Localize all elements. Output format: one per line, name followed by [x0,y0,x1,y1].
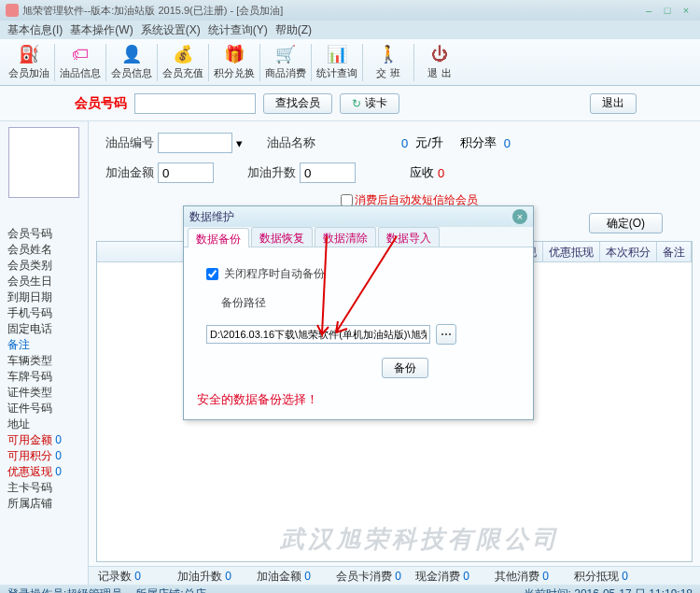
tb-oilinfo[interactable]: 🏷油品信息 [57,41,104,84]
titlebar: 旭荣管理软件--版本:加油站版 2015.9(已注册) - [会员加油] – □… [0,0,700,21]
dialog-titlebar[interactable]: 数据维护 × [184,206,533,227]
tb-member[interactable]: 👤会员信息 [108,41,155,84]
dialog-close-icon[interactable]: × [512,209,527,224]
unit-label: 元/升 [415,134,443,151]
due-value: 0 [438,166,444,180]
maximize-icon[interactable]: □ [659,4,676,17]
tb-stats[interactable]: 📊统计查询 [314,41,360,84]
search-row: 会员号码 查找会员 ↻读卡 退出 [0,86,700,121]
member-field: 到期日期 [7,289,84,305]
auto-backup-label: 关闭程序时自动备份 [224,266,325,282]
member-field: 地址 [7,417,84,432]
member-field: 会员号码 [7,226,84,242]
col-remark: 备注 [657,242,692,261]
member-field: 所属店铺 [7,496,84,512]
amount-input[interactable] [158,162,214,183]
dropdown-icon[interactable]: ▾ [236,136,243,150]
window-title: 旭荣管理软件--版本:加油站版 2015.9(已注册) - [会员加油] [22,4,283,18]
amount-label: 加油金额 [98,164,154,181]
refresh-icon: ↻ [352,97,361,110]
member-field: 车辆类型 [7,353,84,369]
oil-name-label: 油品名称 [259,134,315,151]
tag-icon: 🏷 [70,44,91,64]
backup-path-input[interactable] [206,325,430,344]
data-maintenance-dialog: 数据维护 × 数据备份 数据恢复 数据清除 数据导入 关闭程序时自动备份 备份路… [183,205,534,420]
dialog-title: 数据维护 [189,209,234,225]
tab-clear[interactable]: 数据清除 [315,227,376,247]
member-field: 证件号码 [7,401,84,417]
totals-row: 记录数 0 加油升数 0 加油金额 0 会员卡消费 0 现金消费 0 其他消费 … [89,566,700,585]
col-discount: 优惠抵现 [543,242,600,261]
auto-backup-checkbox[interactable] [206,268,218,280]
member-field: 手机号码 [7,305,84,321]
tb-fuel[interactable]: ⛽会员加油 [6,41,52,84]
backup-button[interactable]: 备份 [382,358,428,378]
close-icon[interactable]: × [678,4,694,17]
menu-stats[interactable]: 统计查询(Y) [206,22,270,38]
left-panel: 会员号码会员姓名会员类别会员生日到期日期手机号码固定电话备注车辆类型车牌号码证件… [0,121,89,585]
member-field: 可用积分 0 [7,448,84,464]
member-field: 优惠返现 0 [7,464,84,480]
minimize-icon[interactable]: – [640,4,657,17]
member-field: 固定电话 [7,321,84,337]
tb-shift[interactable]: 🚶交 班 [365,41,412,84]
tb-exchange[interactable]: 🎁积分兑换 [211,41,258,84]
chart-icon: 📊 [327,44,347,64]
member-field: 证件类型 [7,385,84,401]
exit-button[interactable]: 退出 [590,93,637,114]
menubar: 基本信息(I) 基本操作(W) 系统设置(X) 统计查询(Y) 帮助(Z) [0,21,700,39]
lookup-button[interactable]: 查找会员 [263,93,332,114]
menu-basic-ops[interactable]: 基本操作(W) [68,22,134,38]
tb-recharge[interactable]: 💰会员充值 [160,41,206,84]
liters-input[interactable] [300,162,356,183]
member-no-input[interactable] [134,93,256,114]
member-field: 主卡号码 [7,480,84,496]
tab-backup[interactable]: 数据备份 [188,228,249,247]
coin-icon: 💰 [173,44,193,64]
member-fields: 会员号码会员姓名会员类别会员生日到期日期手机号码固定电话备注车辆类型车牌号码证件… [4,226,84,512]
tab-restore[interactable]: 数据恢复 [251,227,313,247]
dialog-tabs: 数据备份 数据恢复 数据清除 数据导入 [184,227,533,247]
liters-label: 加油升数 [240,164,296,181]
member-field: 会员姓名 [7,242,84,258]
backup-path-label: 备份路径 [221,295,266,311]
user-icon: 👤 [121,44,142,64]
cart-icon: 🛒 [275,44,296,64]
menu-basic-info[interactable]: 基本信息(I) [6,22,64,38]
member-field: 会员生日 [7,274,84,289]
browse-button[interactable]: ⋯ [436,324,456,345]
member-photo [8,127,79,198]
member-no-label: 会员号码 [75,95,127,112]
pointrate-value: 0 [504,136,511,150]
due-label: 应收 [410,164,434,181]
pump-icon: ⛽ [19,44,39,64]
member-field: 备注 [7,337,84,353]
confirm-button[interactable]: 确定(O) [589,213,663,233]
dialog-annotation: 安全的数据备份选择！ [197,391,511,408]
oil-code-label: 油品编号 [98,134,154,151]
oil-code-input[interactable] [158,133,232,153]
unit-price-value: 0 [401,136,408,150]
readcard-button[interactable]: ↻读卡 [340,93,399,114]
pointrate-label: 积分率 [460,134,497,151]
member-field: 车牌号码 [7,369,84,385]
tb-goods[interactable]: 🛒商品消费 [262,41,309,84]
member-field: 可用金额 0 [7,432,84,448]
tb-exit[interactable]: ⏻退 出 [416,41,463,84]
gift-icon: 🎁 [224,44,245,64]
member-field: 会员类别 [7,258,84,274]
menu-settings[interactable]: 系统设置(X) [139,22,203,38]
col-thispoints: 本次积分 [600,242,657,261]
toolbar: ⛽会员加油 🏷油品信息 👤会员信息 💰会员充值 🎁积分兑换 🛒商品消费 📊统计查… [0,39,700,86]
statusbar: 登录操作员:超级管理员 所属店铺:总店 当前时间: 2016-05-17 日 1… [0,585,700,593]
app-icon [6,4,19,17]
person-icon: 🚶 [378,44,399,64]
tab-import[interactable]: 数据导入 [378,227,440,247]
menu-help[interactable]: 帮助(Z) [273,22,314,38]
exit-icon: ⏻ [429,44,450,64]
dialog-body: 关闭程序时自动备份 备份路径 ⋯ 备份 安全的数据备份选择！ [184,247,533,427]
